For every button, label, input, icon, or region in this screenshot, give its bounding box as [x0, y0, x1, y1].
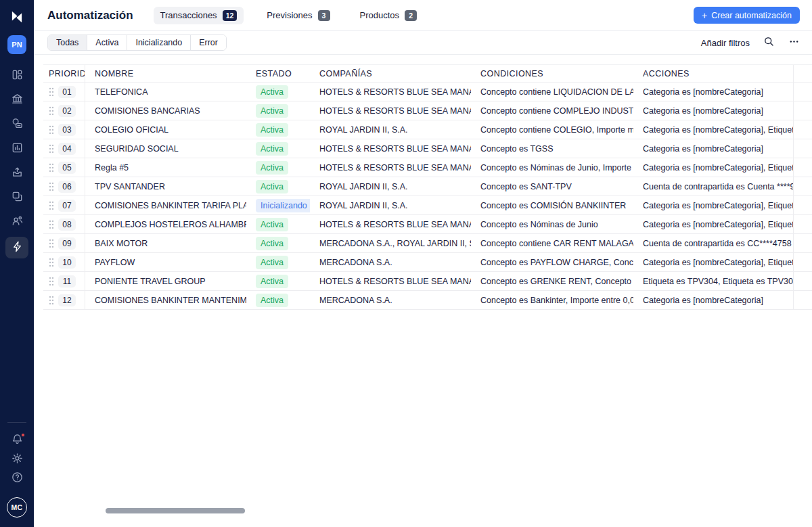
tab-count-badge: 12 [223, 10, 238, 21]
sidebar-item-transfers[interactable] [5, 188, 28, 208]
tab-label: Previsiones [267, 10, 312, 20]
drag-handle-icon[interactable] [49, 87, 55, 97]
help-button[interactable] [5, 469, 28, 488]
priority-badge: 02 [58, 105, 76, 117]
main-content: Automatización Transacciones 12 Previsio… [34, 0, 812, 310]
table-row[interactable]: 07 COMISIONES BANKINTER TARIFA PLANA Ini… [43, 196, 812, 215]
segment-inicializando[interactable]: Inicializando [127, 35, 190, 50]
drag-handle-icon[interactable] [49, 296, 55, 305]
rule-conditions: Concepto es GRENKE RENT, Concepto contie… [471, 272, 633, 290]
tab-count-badge: 2 [405, 10, 417, 21]
rule-actions: Etiqueta es TPV304, Etiqueta es TPV305 [633, 272, 793, 290]
row-spacer [793, 139, 812, 158]
row-spacer [793, 83, 812, 101]
sidebar-item-bank[interactable] [5, 91, 28, 110]
rule-companies: MERCADONA S.A. [310, 291, 471, 309]
segment-activa[interactable]: Activa [87, 35, 127, 50]
priority-badge: 03 [58, 124, 76, 136]
segment-error[interactable]: Error [190, 35, 226, 50]
status-badge: Activa [256, 237, 288, 250]
drag-handle-icon[interactable] [49, 106, 55, 116]
segment-todas[interactable]: Todas [48, 35, 87, 50]
drag-handle-icon[interactable] [49, 258, 55, 267]
column-header-condiciones[interactable]: CONDICIONES [471, 65, 633, 82]
horizontal-scrollbar-thumb[interactable] [106, 508, 245, 513]
workspace-avatar[interactable]: PN [7, 35, 26, 54]
priority-badge: 10 [58, 256, 76, 269]
column-header-companias[interactable]: COMPAÑÍAS [310, 65, 471, 82]
table-row[interactable]: 04 SEGURIDAD SOCIAL Activa HOTELS & RESO… [43, 139, 812, 158]
filter-bar: Todas Activa Inicializando Error Añadir … [34, 31, 812, 55]
rule-actions: Categoria es [nombreCategoria], Etiqueta… [633, 215, 793, 233]
row-spacer [793, 272, 812, 290]
rule-name: PONIENTE TRAVEL GROUP [85, 272, 246, 290]
rule-name: PAYFLOW [85, 253, 246, 271]
tab-transacciones[interactable]: Transacciones 12 [154, 7, 244, 24]
table-row[interactable]: 09 BAIX MOTOR Activa MERCADONA S.A., ROY… [43, 234, 812, 253]
sidebar-bottom: MC [5, 422, 28, 527]
table-row[interactable]: 05 Regla #5 Activa HOTELS & RESORTS BLUE… [43, 158, 812, 177]
status-badge: Activa [256, 294, 288, 307]
rule-actions: Cuenta de contrapartida es CC****4758 [633, 234, 793, 252]
sidebar-item-accounts[interactable] [5, 115, 28, 135]
tab-previsiones[interactable]: Previsiones 3 [260, 7, 336, 24]
rule-conditions: Concepto es PAYFLOW CHARGE, Concepto con… [471, 253, 633, 271]
filter-actions: Añadir filtros [701, 36, 800, 49]
create-automation-button[interactable]: + Crear automatización [694, 7, 800, 24]
search-button[interactable] [763, 36, 775, 49]
settings-button[interactable] [5, 450, 28, 469]
notifications-button[interactable] [5, 431, 28, 450]
rule-companies: HOTELS & RESORTS BLUE SEA MANAGEMENT, S.… [310, 101, 471, 120]
gear-icon [11, 452, 24, 467]
sidebar-item-automation[interactable] [5, 237, 28, 258]
drag-handle-icon[interactable] [49, 125, 55, 135]
rule-conditions: Concepto contiene CAR RENT MALAGA COAST,… [471, 234, 633, 252]
column-header-estado[interactable]: ESTADO [246, 65, 310, 82]
drag-handle-icon[interactable] [49, 239, 55, 248]
rule-companies: HOTELS & RESORTS BLUE SEA MANAGEMENT, S.… [310, 158, 471, 177]
drag-handle-icon[interactable] [49, 277, 55, 286]
table-row[interactable]: 06 TPV SANTANDER Activa ROYAL JARDIN II,… [43, 177, 812, 196]
status-badge: Activa [256, 142, 288, 156]
column-header-prioridad[interactable]: PRIORIDAD [43, 65, 85, 82]
table-row[interactable]: 10 PAYFLOW Activa MERCADONA S.A. Concept… [43, 253, 812, 272]
rule-actions: Categoria es [nombreCategoria] [633, 291, 793, 309]
rule-conditions: Concepto es COMISIÓN BANKIINTER [471, 196, 633, 214]
duplicate-icon [11, 190, 24, 206]
table-row[interactable]: 03 COLEGIO OFICIAL Activa ROYAL JARDIN I… [43, 120, 812, 139]
rule-conditions: Concepto es Bankinter, Importe entre 0,0… [471, 291, 633, 309]
sidebar-item-export[interactable] [5, 164, 28, 183]
drag-handle-icon[interactable] [49, 201, 55, 210]
more-options-button[interactable] [788, 36, 800, 49]
column-header-nombre[interactable]: NOMBRE [85, 65, 246, 82]
rule-name: BAIX MOTOR [85, 234, 246, 252]
add-filters-button[interactable]: Añadir filtros [701, 38, 750, 48]
status-badge: Activa [256, 218, 288, 231]
header-tabs: Transacciones 12 Previsiones 3 Productos… [154, 7, 424, 24]
sidebar-item-reports[interactable] [5, 139, 28, 159]
column-header-acciones[interactable]: ACCIONES [633, 65, 793, 82]
app-logo-icon [9, 9, 24, 24]
table-row[interactable]: 08 COMPLEJOS HOSTELEROS ALHAMBRA 2020, S… [43, 215, 812, 234]
table-row[interactable]: 02 COMISIONES BANCARIAS Activa HOTELS & … [43, 101, 812, 120]
tab-productos[interactable]: Productos 2 [353, 7, 424, 24]
drag-handle-icon[interactable] [49, 220, 55, 229]
sidebar-item-team[interactable] [5, 212, 28, 232]
user-avatar[interactable]: MC [7, 497, 27, 518]
table-row[interactable]: 01 TELEFONICA Activa HOTELS & RESORTS BL… [43, 83, 812, 101]
drag-handle-icon[interactable] [49, 163, 55, 173]
sidebar-item-dashboard[interactable] [5, 66, 28, 86]
rule-conditions: Concepto contiene LIQUIDACION DE LAS TAR… [471, 83, 633, 101]
table-row[interactable]: 12 COMISIONES BANKINTER MANTENIMIENTO Ac… [43, 291, 812, 310]
rule-companies: HOTELS & RESORTS BLUE SEA MANAGEMENT, S.… [310, 272, 471, 290]
rule-conditions: Concepto contiene COMPLEJO INDUSTRIAL, C… [471, 101, 633, 120]
rule-actions: Categoria es [nombreCategoria], Etiqueta… [633, 120, 793, 139]
table-row[interactable]: 11 PONIENTE TRAVEL GROUP Activa HOTELS &… [43, 272, 812, 291]
status-badge: Activa [256, 104, 288, 118]
row-spacer [793, 196, 812, 214]
drag-handle-icon[interactable] [49, 182, 55, 191]
rule-actions: Categoria es [nombreCategoria], Etiqueta… [633, 158, 793, 177]
plus-icon: + [702, 11, 707, 20]
rule-name: Regla #5 [85, 158, 246, 177]
drag-handle-icon[interactable] [49, 144, 55, 154]
